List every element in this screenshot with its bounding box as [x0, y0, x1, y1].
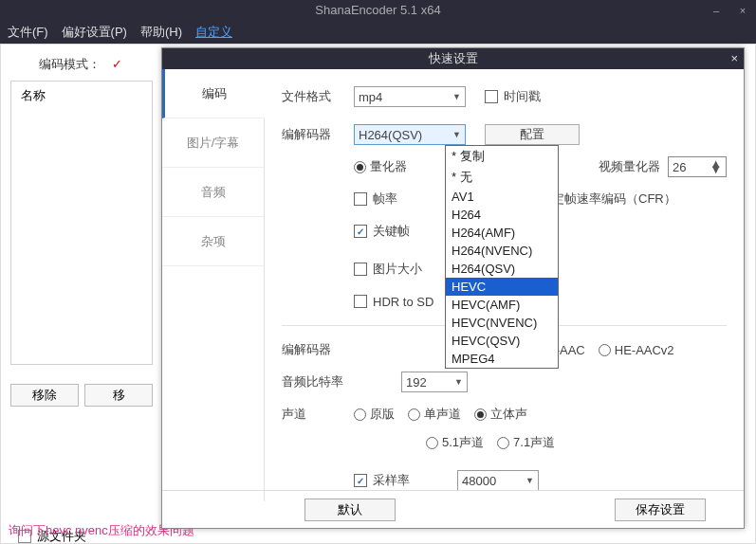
codec-select[interactable]: H264(QSV) ▼	[354, 124, 466, 145]
tab-encode[interactable]: 编码	[162, 69, 265, 118]
chevron-down-icon: ▼	[454, 377, 463, 387]
dialog-close-button[interactable]: ×	[730, 48, 738, 69]
codec-option[interactable]: H264(NVENC)	[446, 242, 558, 260]
window-title: ShanaEncoder 5.1 x64	[315, 3, 440, 17]
audio-bitrate-label: 音频比特率	[282, 373, 354, 390]
timestamp-label: 时间戳	[504, 88, 541, 105]
dialog-titlebar: 快速设置 ×	[162, 48, 744, 69]
channel-71-radio[interactable]	[497, 437, 509, 449]
name-column-header: 名称	[21, 88, 46, 102]
tab-picture-subtitle[interactable]: 图片/字幕	[162, 118, 264, 168]
channel-label: 声道	[282, 406, 354, 423]
codec-option[interactable]: H264(QSV)	[446, 260, 558, 278]
menu-preferences[interactable]: 偏好设置(P)	[62, 24, 127, 41]
default-button[interactable]: 默认	[304, 499, 396, 521]
side-tabs: 编码 图片/字幕 音频 杂项	[162, 69, 265, 501]
menu-custom[interactable]: 自定义	[195, 24, 232, 41]
channel-51-radio[interactable]	[426, 437, 438, 449]
quantizer-radio[interactable]	[354, 161, 366, 173]
codec-label: 编解码器	[282, 126, 354, 143]
tab-misc[interactable]: 杂项	[162, 217, 264, 266]
keyframe-checkbox[interactable]: ✓	[354, 225, 367, 238]
file-format-select[interactable]: mp4 ▼	[354, 86, 466, 107]
he-aacv2-radio[interactable]	[599, 344, 611, 356]
keyframe-label: 关键帧	[373, 223, 410, 240]
sample-rate-select[interactable]: 48000 ▼	[457, 470, 539, 491]
video-quantizer-field[interactable]: 26 ▲▼	[668, 156, 727, 177]
menu-help[interactable]: 帮助(H)	[140, 24, 182, 41]
channel-stereo-radio[interactable]	[474, 408, 487, 421]
encode-mode-row: 编码模式： ✓	[39, 56, 122, 73]
sample-rate-label: 采样率	[373, 472, 410, 489]
channel-original-radio[interactable]	[354, 408, 366, 421]
configure-button[interactable]: 配置	[485, 124, 580, 145]
timestamp-checkbox[interactable]	[485, 90, 498, 103]
channel-mono-radio[interactable]	[408, 408, 420, 421]
menu-file[interactable]: 文件(F)	[8, 24, 48, 41]
codec-option[interactable]: MPEG4	[446, 350, 558, 368]
remove-button[interactable]: 移除	[10, 384, 79, 407]
codec-option[interactable]: AV1	[446, 188, 558, 206]
encode-panel: 文件格式 mp4 ▼ 时间戳 编解码器 H264(QSV) ▼ 配置	[265, 69, 744, 501]
codec-dropdown-list[interactable]: * 复制* 无AV1H264H264(AMF)H264(NVENC)H264(Q…	[445, 145, 559, 369]
audio-codec-label: 编解码器	[282, 341, 354, 358]
fps-checkbox[interactable]	[354, 192, 367, 206]
quick-settings-dialog: 快速设置 × 编码 图片/字幕 音频 杂项 文件格式 mp4 ▼ 时间戳 编解码…	[161, 47, 745, 529]
codec-option[interactable]: HEVC(QSV)	[446, 332, 558, 350]
file-list[interactable]: 名称	[10, 81, 153, 365]
menubar: 文件(F) 偏好设置(P) 帮助(H) 自定义	[0, 21, 756, 44]
audio-bitrate-select[interactable]: 192 ▼	[401, 372, 468, 392]
codec-option[interactable]: HEVC(NVENC)	[446, 314, 558, 332]
codec-option[interactable]: H264(AMF)	[446, 224, 558, 242]
chevron-down-icon: ▼	[452, 130, 461, 139]
chevron-down-icon: ▼	[526, 476, 534, 485]
encode-mode-label: 编码模式：	[39, 57, 101, 71]
picture-size-checkbox[interactable]	[354, 263, 367, 276]
move-button[interactable]: 移	[84, 384, 153, 407]
codec-option[interactable]: * 无	[446, 167, 558, 188]
minimize-button[interactable]: –	[703, 0, 729, 21]
video-quantizer-label: 视频量化器	[599, 158, 660, 175]
cfr-label: 恒定帧速率编码（CFR）	[540, 190, 676, 208]
picture-size-label: 图片大小	[373, 261, 422, 278]
codec-option[interactable]: HEVC(AMF)	[446, 296, 558, 314]
encode-mode-mark: ✓	[112, 57, 122, 71]
hdr-to-sdr-label: HDR to SD	[373, 295, 433, 309]
save-settings-button[interactable]: 保存设置	[615, 499, 706, 521]
codec-option[interactable]: H264	[446, 206, 558, 224]
hdr-to-sdr-checkbox[interactable]	[354, 295, 367, 308]
file-format-label: 文件格式	[282, 88, 354, 105]
close-button[interactable]: ×	[729, 0, 756, 21]
dialog-title: 快速设置	[429, 51, 478, 65]
chevron-down-icon: ▼	[452, 92, 461, 101]
window-titlebar: ShanaEncoder 5.1 x64 – ×	[0, 0, 756, 21]
fps-label: 帧率	[373, 190, 397, 208]
codec-option[interactable]: * 复制	[446, 146, 558, 167]
tab-audio[interactable]: 音频	[162, 168, 264, 217]
sample-rate-checkbox[interactable]: ✓	[354, 474, 367, 487]
codec-option[interactable]: HEVC	[446, 278, 558, 296]
